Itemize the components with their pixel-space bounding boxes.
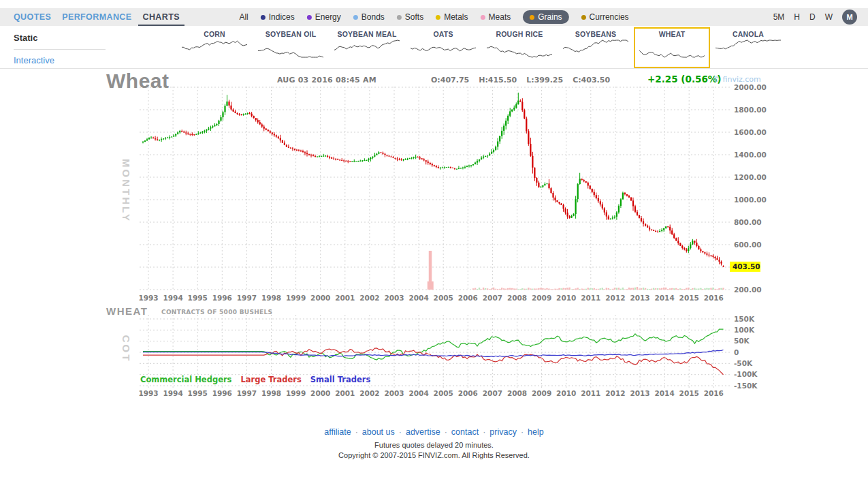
category-dot-currencies: [581, 15, 586, 20]
timeframe-w[interactable]: W: [825, 12, 833, 22]
footer-link-separator: ·: [521, 427, 524, 437]
x-axis-year-label: 2006: [458, 294, 478, 302]
y-axis-label: 1200.00: [734, 173, 767, 181]
filter-meats[interactable]: Meats: [481, 12, 511, 22]
thumbnail-label: SOYBEANS: [559, 30, 632, 38]
category-dot-meats: [481, 15, 485, 20]
footer-link-contact[interactable]: contact: [451, 427, 479, 437]
cot-x-axis-year-label: 2013: [630, 389, 649, 397]
thumbnail-label: OATS: [406, 30, 480, 38]
filter-label: Grains: [538, 12, 562, 22]
thumbnail-corn[interactable]: CORN: [176, 27, 253, 68]
cot-x-axis-year-label: 2004: [408, 389, 428, 397]
filter-energy[interactable]: Energy: [307, 12, 341, 22]
legend-small-traders: Small Traders: [310, 375, 370, 384]
sparkline-wheat: [639, 39, 705, 59]
price-change: +2.25 (0.56%): [647, 74, 722, 84]
high-value: H:415.50: [479, 76, 517, 84]
cot-x-axis-year-label: 2012: [605, 389, 625, 397]
filter-currencies[interactable]: Currencies: [581, 12, 629, 22]
thumbnail-label: ROUGH RICE: [483, 30, 556, 38]
filter-label: Softs: [405, 12, 423, 22]
filter-label: Currencies: [590, 12, 629, 22]
x-axis-year-label: 2002: [359, 294, 379, 302]
footer-link-help[interactable]: help: [528, 427, 544, 437]
filter-grains[interactable]: Grains: [523, 10, 568, 24]
thumbnail-soybeans[interactable]: SOYBEANS: [558, 27, 634, 68]
timeframe-5m[interactable]: 5M: [773, 12, 785, 22]
x-axis-year-label: 1998: [261, 294, 281, 302]
x-axis-year-label: 2005: [434, 294, 453, 302]
filter-bonds[interactable]: Bonds: [353, 12, 385, 22]
sparkline-soybean-oil: [258, 39, 323, 59]
close-value: C:403.50: [573, 76, 610, 84]
category-dot-energy: [307, 15, 312, 20]
category-dot-softs: [397, 15, 402, 20]
thumbnail-rough-rice[interactable]: ROUGH RICE: [481, 27, 558, 68]
thumbnail-wheat[interactable]: WHEAT: [634, 27, 710, 68]
filter-label: Energy: [315, 12, 341, 22]
last-price-badge: 403.50: [730, 262, 760, 272]
y-axis-label: 600.00: [734, 241, 762, 249]
legend-large-traders: Large Traders: [240, 375, 301, 384]
footer-link-affiliate[interactable]: affiliate: [324, 427, 351, 437]
x-axis-year-label: 2015: [679, 294, 699, 302]
cot-x-axis-year-label: 2016: [704, 389, 724, 397]
thumbnail-canola[interactable]: CANOLA: [710, 27, 786, 68]
thumbnail-soybean-meal[interactable]: SOYBEAN MEAL: [329, 27, 405, 68]
thumbnail-oats[interactable]: OATS: [405, 27, 481, 68]
chart-mode-static[interactable]: Static: [14, 30, 106, 50]
x-axis-year-label: 2010: [556, 294, 576, 302]
timeframe-h[interactable]: H: [794, 12, 800, 22]
cot-x-axis-year-label: 2015: [679, 389, 699, 397]
timeframe-m[interactable]: M: [842, 10, 857, 25]
filter-label: Metals: [444, 12, 468, 22]
thumbnail-label: CANOLA: [711, 30, 785, 38]
tab-performance[interactable]: PERFORMANCE: [62, 12, 131, 22]
cot-legend: Commercial HedgersLarge TradersSmall Tra…: [140, 375, 370, 384]
category-dot-metals: [436, 15, 440, 20]
filter-all[interactable]: All: [239, 12, 248, 22]
x-axis-year-label: 1994: [163, 294, 182, 302]
filter-softs[interactable]: Softs: [397, 12, 423, 22]
y-axis-label: 800.00: [734, 218, 762, 226]
x-axis-year-label: 2016: [704, 294, 724, 302]
tab-quotes[interactable]: QUOTES: [14, 12, 51, 22]
timeframe-d[interactable]: D: [809, 12, 816, 22]
cot-x-axis-year-label: 2003: [384, 389, 404, 397]
category-filters: AllIndicesEnergyBondsSoftsMetalsMeatsGra…: [239, 8, 628, 26]
cot-x-axis-year-label: 2011: [581, 389, 600, 397]
x-axis-year-label: 2008: [507, 294, 527, 302]
volume-bars: [428, 251, 724, 290]
thumbnail-soybean-oil[interactable]: SOYBEAN OIL: [253, 27, 329, 68]
cot-x-axis-year-label: 1997: [237, 389, 257, 397]
y-axis-label: 200.00: [734, 286, 762, 294]
footer-links: affiliate·about us·advertise·contact·pri…: [0, 427, 868, 437]
charts-canvas: 2000.001800.001600.001400.001200.001000.…: [0, 68, 868, 409]
candlestick-series: [142, 93, 724, 267]
cot-line-small-traders: [143, 350, 724, 357]
x-axis-year-label: 2009: [532, 294, 551, 302]
x-axis-year-label: 1999: [286, 294, 306, 302]
delay-note: Futures quotes delayed 20 minutes.: [0, 441, 868, 449]
tab-charts[interactable]: CHARTS: [143, 12, 180, 22]
finviz-watermark: © finviz.com: [713, 75, 761, 84]
footer-link-advertise[interactable]: advertise: [406, 427, 440, 437]
thumbnail-label: SOYBEAN OIL: [254, 30, 327, 38]
x-axis-year-label: 2003: [384, 294, 404, 302]
thumbnail-label: SOYBEAN MEAL: [330, 30, 404, 38]
x-axis-year-label: 2004: [408, 294, 428, 302]
x-axis-year-label: 2001: [335, 294, 355, 302]
cot-y-axis-label: 50K: [734, 337, 750, 345]
filter-label: Meats: [489, 12, 511, 22]
filter-metals[interactable]: Metals: [436, 12, 468, 22]
footer-link-about-us[interactable]: about us: [362, 427, 395, 437]
footer-link-privacy[interactable]: privacy: [489, 427, 517, 437]
cot-x-axis-year-label: 1995: [188, 389, 208, 397]
y-axis-label: 1400.00: [734, 151, 767, 159]
legend-commercial-hedgers: Commercial Hedgers: [140, 375, 231, 384]
filter-label: All: [239, 12, 248, 22]
cot-x-axis-year-label: 2006: [458, 389, 478, 397]
y-axis-label: 2000.00: [734, 83, 767, 91]
filter-indices[interactable]: Indices: [261, 12, 295, 22]
